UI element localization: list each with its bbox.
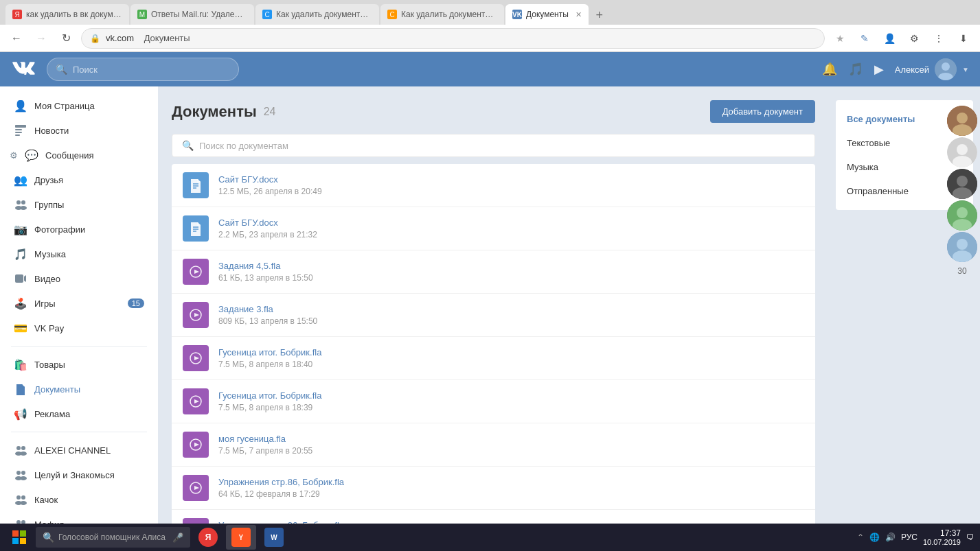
menu-button[interactable]: ⋮ bbox=[929, 29, 948, 48]
header-user[interactable]: Алексей ▼ bbox=[895, 58, 969, 80]
svg-rect-5 bbox=[15, 132, 22, 133]
sidebar-item-news[interactable]: Новости bbox=[0, 118, 158, 143]
doc-type-icon bbox=[183, 302, 209, 328]
notification-icon[interactable]: 🔔 bbox=[822, 62, 837, 77]
url-bar[interactable]: 🔒 vk.com Документы bbox=[81, 28, 825, 49]
doc-name: моя гусеница.fla bbox=[218, 434, 804, 444]
svg-marker-12 bbox=[24, 275, 26, 282]
sidebar-item-video[interactable]: Видео bbox=[0, 266, 158, 291]
extensions-button[interactable]: ⚙ bbox=[904, 29, 924, 48]
tab-3[interactable]: C Как удалить документы из... bbox=[255, 4, 379, 25]
sidebar-item-friends[interactable]: 👥 Друзья bbox=[0, 167, 158, 192]
doc-item[interactable]: Сайт БГУ.docx 2.2 МБ, 23 апреля в 21:32 bbox=[172, 207, 815, 250]
back-button[interactable]: ← bbox=[7, 29, 26, 48]
svg-point-24 bbox=[20, 501, 27, 505]
online-avatar-1[interactable] bbox=[947, 106, 977, 136]
svg-point-22 bbox=[21, 495, 25, 500]
svg-point-10 bbox=[20, 206, 27, 210]
doc-item[interactable]: Задание 3.fla 809 КБ, 13 апреля в 15:50 bbox=[172, 294, 815, 337]
svg-point-18 bbox=[21, 471, 25, 475]
sidebar-label-goods: Товары bbox=[34, 360, 144, 370]
video-icon[interactable]: ▶ bbox=[874, 62, 884, 77]
doc-type-icon bbox=[183, 345, 209, 371]
new-tab-button[interactable]: + bbox=[590, 5, 609, 25]
sidebar-item-alexei-channel[interactable]: ALEXEI CHANNEL bbox=[0, 438, 158, 462]
svg-point-64 bbox=[957, 176, 968, 187]
vk-logo[interactable] bbox=[11, 60, 36, 79]
groups-icon bbox=[14, 198, 27, 211]
download-button[interactable]: ⬇ bbox=[954, 29, 973, 48]
taskbar-yandex[interactable]: Я bbox=[193, 525, 223, 550]
doc-item[interactable]: моя гусеница.fla 7.5 МБ, 7 апреля в 20:5… bbox=[172, 423, 815, 467]
profile-browser-button[interactable]: 👤 bbox=[880, 29, 899, 48]
tab-2[interactable]: M Ответы Mail.ru: Удаление ... bbox=[130, 4, 254, 25]
sidebar-label-my-page: Моя Страница bbox=[34, 101, 144, 111]
svg-rect-6 bbox=[15, 134, 20, 136]
sidebar-label-kiss-meet: Целуй и Знакомься bbox=[34, 470, 144, 480]
tab-close-5[interactable]: ✕ bbox=[576, 10, 582, 19]
messages-icon: 💬 bbox=[25, 148, 38, 162]
doc-item[interactable]: Гусеница итог. Бобрик.fla 7.5 МБ, 8 апре… bbox=[172, 337, 815, 380]
sidebar-item-documents[interactable]: Документы bbox=[0, 377, 158, 401]
forward-button[interactable]: → bbox=[32, 29, 51, 48]
tab-bar: Я как удалить в вк докуме... M Ответы Ma… bbox=[0, 0, 980, 25]
search-icon: 🔍 bbox=[56, 64, 67, 75]
sidebar-item-groups[interactable]: Группы bbox=[0, 192, 158, 217]
bookmark-button[interactable]: ★ bbox=[830, 29, 850, 48]
url-display: vk.com Документы bbox=[106, 33, 190, 43]
doc-info: Упражнения стр.86, Бобрик.fla 64 КБ, 12 … bbox=[218, 477, 804, 499]
add-document-button[interactable]: Добавить документ bbox=[710, 100, 815, 123]
svg-marker-46 bbox=[194, 313, 199, 317]
doc-meta: 7.5 МБ, 8 апреля в 18:39 bbox=[218, 403, 804, 412]
lock-icon: 🔒 bbox=[90, 34, 100, 43]
doc-item[interactable]: Сайт БГУ.docx 12.5 МБ, 26 апреля в 20:49 bbox=[172, 164, 815, 207]
doc-item[interactable]: Упражнения стр.86, Бобрик.fla 64 КБ, 12 … bbox=[172, 467, 815, 510]
refresh-button[interactable]: ↻ bbox=[56, 29, 76, 48]
vk-main: 👤 Моя Страница Новости ⚙ 💬 Сообщения 👥 Д… bbox=[0, 86, 980, 551]
header-search[interactable]: 🔍 bbox=[47, 58, 239, 81]
taskbar-browser[interactable]: Y bbox=[226, 525, 256, 550]
doc-search-input[interactable] bbox=[199, 141, 805, 151]
music-icon[interactable]: 🎵 bbox=[848, 62, 863, 77]
doc-meta: 809 КБ, 13 апреля в 15:50 bbox=[218, 316, 804, 326]
online-avatar-4[interactable] bbox=[947, 200, 977, 231]
tab-5[interactable]: VK Документы ✕ bbox=[505, 4, 589, 25]
sidebar-item-games[interactable]: 🕹️ Игры 15 bbox=[0, 291, 158, 316]
svg-rect-3 bbox=[15, 125, 26, 128]
tab-4[interactable]: C Как удалить документы из... bbox=[380, 4, 504, 25]
video-nav-icon bbox=[14, 272, 27, 285]
taskbar: 🔍 Голосовой помощник Алиса 🎤 Я Y W ⌃ 🌐 🔊… bbox=[0, 524, 980, 551]
doc-info: Гусеница итог. Бобрик.fla 7.5 МБ, 8 апре… bbox=[218, 390, 804, 412]
doc-type-icon bbox=[183, 388, 209, 414]
doc-search[interactable]: 🔍 bbox=[172, 134, 815, 157]
sidebar-item-kiss-meet[interactable]: Целуй и Знакомься bbox=[0, 462, 158, 487]
tab-1[interactable]: Я как удалить в вк докуме... bbox=[5, 4, 129, 25]
taskbar-system-icons: ⌃ 🌐 🔊 РУС 17:37 10.07.2019 🗨 bbox=[857, 528, 975, 546]
sidebar-item-ads[interactable]: 📢 Реклама bbox=[0, 401, 158, 426]
doc-meta: 7.5 МБ, 7 апреля в 20:55 bbox=[218, 446, 804, 456]
online-avatar-5[interactable] bbox=[947, 232, 977, 262]
online-avatar-3[interactable] bbox=[947, 169, 977, 199]
start-button[interactable] bbox=[5, 525, 33, 550]
search-input[interactable] bbox=[73, 65, 230, 75]
kiss-meet-icon bbox=[14, 468, 27, 482]
sidebar-label-groups: Группы bbox=[34, 200, 144, 210]
sidebar-item-kachok[interactable]: Качок bbox=[0, 487, 158, 512]
sidebar-item-photos[interactable]: 📷 Фотографии bbox=[0, 217, 158, 242]
doc-item[interactable]: Задания 4,5.fla 61 КБ, 13 апреля в 15:50 bbox=[172, 250, 815, 294]
settings-gear-icon: ⚙ bbox=[10, 150, 18, 161]
sidebar-label-video: Видео bbox=[34, 274, 144, 284]
svg-rect-74 bbox=[12, 538, 19, 544]
sidebar-item-my-page[interactable]: 👤 Моя Страница bbox=[0, 93, 158, 118]
taskbar-search[interactable]: 🔍 Голосовой помощник Алиса 🎤 bbox=[36, 527, 190, 548]
doc-item[interactable]: Гусеница итог. Бобрик.fla 7.5 МБ, 8 апре… bbox=[172, 380, 815, 423]
online-avatar-2[interactable] bbox=[947, 137, 977, 167]
sync-button[interactable]: ✎ bbox=[855, 29, 874, 48]
sidebar-item-music[interactable]: 🎵 Музыка bbox=[0, 242, 158, 266]
sidebar-item-vkpay[interactable]: 💳 VK Pay bbox=[0, 316, 158, 340]
doc-type-icon bbox=[183, 475, 209, 501]
sidebar-item-messages[interactable]: ⚙ 💬 Сообщения bbox=[0, 143, 158, 167]
taskbar-word[interactable]: W bbox=[259, 525, 289, 550]
doc-info: Сайт БГУ.docx 12.5 МБ, 26 апреля в 20:49 bbox=[218, 174, 804, 196]
sidebar-item-goods[interactable]: 🛍️ Товары bbox=[0, 352, 158, 377]
